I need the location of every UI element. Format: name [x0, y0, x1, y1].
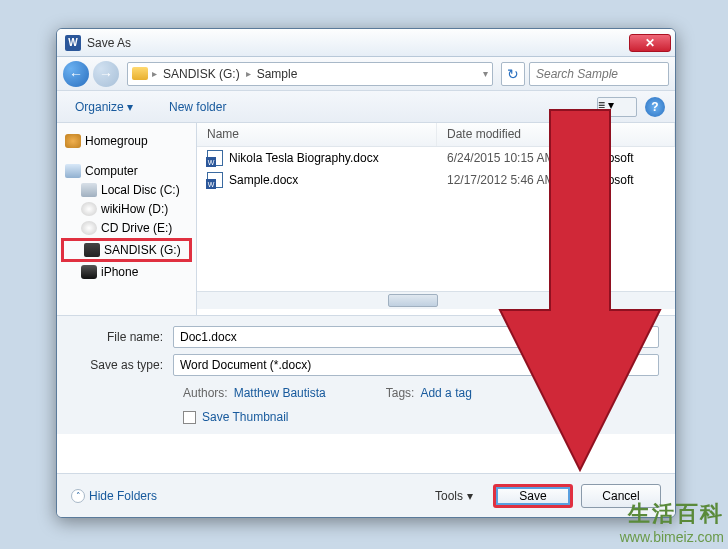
tree-drive[interactable]: iPhone: [61, 263, 192, 281]
folder-icon: [132, 67, 148, 80]
tree-drive[interactable]: Local Disc (C:): [61, 181, 192, 199]
search-input[interactable]: [529, 62, 669, 86]
word-icon: W: [65, 35, 81, 51]
file-row[interactable]: Nikola Tesla Biography.docx 6/24/2015 10…: [197, 147, 675, 169]
tree-homegroup[interactable]: Homegroup: [61, 132, 192, 150]
forward-button[interactable]: →: [93, 61, 119, 87]
help-button[interactable]: ?: [645, 97, 665, 117]
disc-icon: [81, 221, 97, 235]
tree-drive[interactable]: CD Drive (E:): [61, 219, 192, 237]
new-folder-button[interactable]: New folder: [161, 96, 234, 118]
usb-icon: [84, 243, 100, 257]
column-type[interactable]: Type: [575, 123, 675, 146]
phone-icon: [81, 265, 97, 279]
column-date[interactable]: Date modified: [437, 123, 575, 146]
horizontal-scrollbar[interactable]: [197, 291, 675, 309]
savetype-label: Save as type:: [73, 358, 173, 372]
docx-icon: [207, 172, 223, 188]
file-list: Name Date modified Type Nikola Tesla Bio…: [197, 123, 675, 315]
watermark: 生活百科 www.bimeiz.com: [620, 499, 724, 545]
tree-drive-selected[interactable]: SANDISK (G:): [61, 238, 192, 262]
list-header: Name Date modified Type: [197, 123, 675, 147]
chevron-down-icon[interactable]: ▾: [483, 68, 488, 79]
computer-icon: [65, 164, 81, 178]
refresh-button[interactable]: ↻: [501, 62, 525, 86]
scrollbar-thumb[interactable]: [388, 294, 438, 307]
view-options-button[interactable]: ≡ ▾: [597, 97, 637, 117]
save-thumbnail-checkbox[interactable]: [183, 411, 196, 424]
save-thumbnail-label: Save Thumbnail: [202, 410, 289, 424]
save-as-dialog: W Save As ✕ ← → ▸ SANDISK (G:) ▸ Sample …: [56, 28, 676, 518]
toolbar: Organize ▾ New folder ≡ ▾ ?: [57, 91, 675, 123]
back-button[interactable]: ←: [63, 61, 89, 87]
disc-icon: [81, 202, 97, 216]
dialog-footer: ˄ Hide Folders Tools▾ Save Cancel: [57, 473, 675, 517]
chevron-up-icon: ˄: [71, 489, 85, 503]
tags-value[interactable]: Add a tag: [420, 386, 471, 400]
window-title: Save As: [87, 36, 629, 50]
tools-dropdown[interactable]: Tools▾: [435, 489, 473, 503]
save-form: File name: Save as type: Authors:Matthew…: [57, 315, 675, 434]
explorer-body: Homegroup Computer Local Disc (C:) wikiH…: [57, 123, 675, 315]
folder-tree: Homegroup Computer Local Disc (C:) wikiH…: [57, 123, 197, 315]
breadcrumb[interactable]: ▸ SANDISK (G:) ▸ Sample ▾: [127, 62, 493, 86]
hide-folders-button[interactable]: ˄ Hide Folders: [71, 489, 157, 503]
filename-label: File name:: [73, 330, 173, 344]
column-name[interactable]: Name: [197, 123, 437, 146]
save-button[interactable]: Save: [493, 484, 573, 508]
docx-icon: [207, 150, 223, 166]
savetype-select[interactable]: [173, 354, 659, 376]
tree-drive[interactable]: wikiHow (D:): [61, 200, 192, 218]
nav-bar: ← → ▸ SANDISK (G:) ▸ Sample ▾ ↻: [57, 57, 675, 91]
breadcrumb-segment[interactable]: Sample: [251, 67, 304, 81]
authors-label: Authors:: [183, 386, 228, 400]
homegroup-icon: [65, 134, 81, 148]
chevron-down-icon: ▾: [467, 489, 473, 503]
titlebar: W Save As ✕: [57, 29, 675, 57]
breadcrumb-segment[interactable]: SANDISK (G:): [157, 67, 246, 81]
organize-button[interactable]: Organize ▾: [67, 96, 141, 118]
tags-label: Tags:: [386, 386, 415, 400]
tree-computer[interactable]: Computer: [61, 162, 192, 180]
authors-value[interactable]: Matthew Bautista: [234, 386, 326, 400]
file-row[interactable]: Sample.docx 12/17/2012 5:46 AM Microsoft: [197, 169, 675, 191]
close-button[interactable]: ✕: [629, 34, 671, 52]
filename-input[interactable]: [173, 326, 659, 348]
drive-icon: [81, 183, 97, 197]
